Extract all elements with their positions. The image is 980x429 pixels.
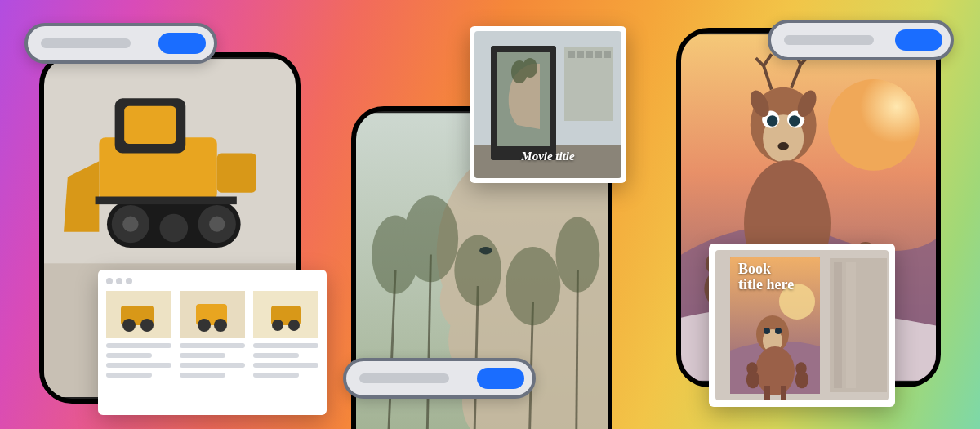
svg-point-89 xyxy=(795,371,808,389)
svg-point-59 xyxy=(789,115,800,126)
search-submit-button[interactable] xyxy=(158,33,206,54)
search-pill-right[interactable] xyxy=(768,20,954,60)
search-submit-button[interactable] xyxy=(895,29,942,51)
svg-rect-11 xyxy=(217,154,256,193)
svg-point-20 xyxy=(214,319,227,332)
svg-rect-85 xyxy=(781,386,786,400)
svg-rect-45 xyxy=(586,51,593,58)
svg-point-19 xyxy=(198,319,211,332)
result-column[interactable] xyxy=(180,291,245,378)
svg-point-23 xyxy=(272,320,283,331)
book-title: Book title here xyxy=(738,261,794,293)
svg-point-10 xyxy=(159,214,188,243)
svg-point-81 xyxy=(764,328,770,334)
svg-rect-12 xyxy=(96,197,237,205)
svg-point-34 xyxy=(506,247,560,325)
svg-point-83 xyxy=(755,346,795,395)
svg-line-30 xyxy=(577,270,578,429)
search-submit-button[interactable] xyxy=(477,368,524,389)
search-placeholder-bar xyxy=(41,38,131,48)
search-placeholder-bar xyxy=(784,35,874,45)
svg-point-24 xyxy=(288,320,300,331)
poster-mockup: Movie title xyxy=(470,26,626,183)
result-thumb[interactable] xyxy=(106,291,172,338)
svg-rect-75 xyxy=(846,262,856,388)
svg-rect-47 xyxy=(604,51,611,58)
svg-rect-74 xyxy=(834,262,842,388)
search-pill-left[interactable] xyxy=(24,23,217,64)
book-mockup: Book title here xyxy=(709,244,895,407)
search-pill-middle[interactable] xyxy=(343,358,536,399)
search-placeholder-bar xyxy=(359,373,449,383)
result-column[interactable] xyxy=(106,291,172,378)
result-column[interactable] xyxy=(253,291,318,378)
svg-point-82 xyxy=(775,328,782,334)
window-controls xyxy=(106,278,318,284)
svg-point-57 xyxy=(767,115,777,126)
result-thumb[interactable] xyxy=(253,291,318,338)
svg-point-33 xyxy=(454,235,501,306)
svg-point-60 xyxy=(777,142,788,150)
svg-rect-84 xyxy=(764,386,770,400)
svg-rect-44 xyxy=(577,51,584,58)
svg-point-53 xyxy=(828,79,920,171)
svg-rect-42 xyxy=(564,47,613,121)
svg-point-9 xyxy=(209,217,225,232)
svg-point-39 xyxy=(479,247,492,255)
svg-point-7 xyxy=(122,217,138,232)
svg-rect-43 xyxy=(568,51,575,58)
svg-point-15 xyxy=(122,319,136,332)
svg-rect-4 xyxy=(124,106,176,144)
svg-point-51 xyxy=(523,58,537,78)
svg-rect-46 xyxy=(595,51,602,58)
results-panel xyxy=(98,270,327,415)
poster-title: Movie title xyxy=(521,150,574,163)
svg-point-16 xyxy=(140,319,154,332)
svg-point-32 xyxy=(403,195,458,282)
svg-point-87 xyxy=(746,371,760,389)
result-thumb[interactable] xyxy=(180,291,245,338)
svg-point-35 xyxy=(555,217,599,292)
